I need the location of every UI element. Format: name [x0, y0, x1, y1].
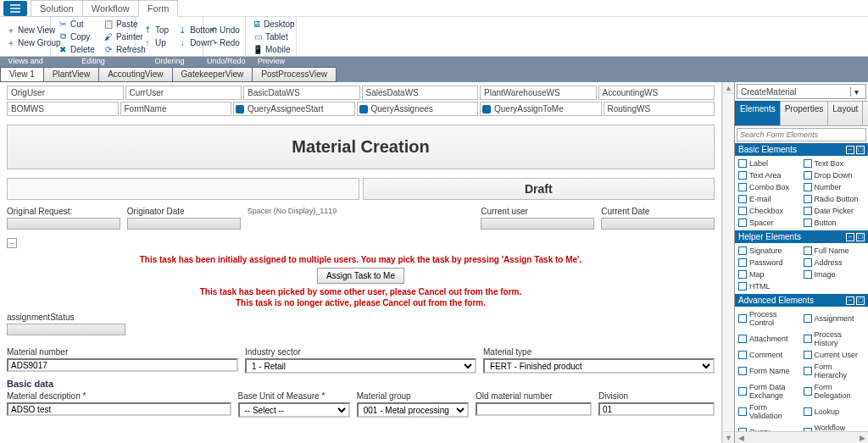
rp-title-dropdown[interactable]: CreateMaterial ▾ — [737, 84, 866, 99]
element-query[interactable]: Query — [737, 422, 802, 431]
collapse-icon[interactable]: − — [846, 233, 854, 241]
redo-button[interactable]: ↷Redo — [209, 37, 240, 49]
element-form-validation[interactable]: Form Validation — [737, 401, 802, 422]
element-image[interactable]: Image — [802, 269, 867, 280]
assign-task-button[interactable]: Assign Task to Me — [317, 268, 404, 284]
element-password[interactable]: Password — [737, 257, 802, 269]
element-lookup[interactable]: Lookup — [802, 401, 867, 422]
element-html[interactable]: HTML — [737, 280, 802, 292]
tab-solution[interactable]: Solution — [31, 0, 83, 17]
new-group-button[interactable]: ＋New Group — [5, 37, 45, 49]
input-current-user[interactable] — [481, 218, 594, 230]
element-form-data-exchange[interactable]: Form Data Exchange — [737, 381, 802, 401]
collapse-toggle[interactable]: − — [7, 238, 17, 248]
element-process-control[interactable]: Process Control — [737, 308, 802, 329]
draft-spacer[interactable] — [7, 178, 359, 200]
cell-queryassigneestart[interactable]: QueryAssigneeStart — [233, 102, 355, 116]
viewtab-gatekeeperview[interactable]: GatekeeperView — [172, 67, 253, 82]
chevron-down-icon[interactable]: ▾ — [850, 87, 862, 97]
element-address[interactable]: Address — [802, 257, 867, 269]
select-material-group[interactable]: 001 - Metal processing — [357, 402, 469, 418]
input-material-description[interactable] — [7, 402, 231, 416]
element-signature[interactable]: Signature — [737, 245, 802, 257]
rp-section-basic[interactable]: Basic Elements −□ — [735, 143, 868, 156]
collapse-icon[interactable]: − — [846, 146, 854, 154]
cell-curruser[interactable]: CurrUser — [125, 86, 242, 100]
select-material-type[interactable]: FERT - Finished product — [483, 358, 715, 374]
element-date-picker[interactable]: Date Picker — [802, 205, 867, 217]
rp-tab-elements[interactable]: Elements — [735, 101, 781, 125]
top-button[interactable]: ⤒Top — [141, 25, 170, 36]
element-button[interactable]: Button — [802, 217, 867, 229]
element-form-hierarchy[interactable]: Form Hierarchy — [802, 361, 867, 381]
form-canvas[interactable]: OrigUser CurrUser BasicDataWS SalesDataW… — [0, 82, 721, 443]
element-form-name[interactable]: Form Name — [737, 361, 802, 381]
desktop-button[interactable]: 🖥Desktop — [251, 18, 291, 30]
input-current-date[interactable] — [601, 218, 715, 230]
element-map[interactable]: Map — [737, 269, 802, 280]
collapse-icon[interactable]: − — [846, 296, 854, 305]
form-title[interactable]: Material Creation — [7, 125, 715, 169]
rp-section-advanced[interactable]: Advanced Elements −□ — [735, 294, 868, 307]
select-industry-sector[interactable]: 1 - Retail — [245, 358, 476, 374]
element-label[interactable]: Label — [737, 158, 802, 169]
tablet-button[interactable]: ▭Tablet — [251, 30, 291, 42]
element-text-area[interactable]: Text Area — [737, 169, 802, 181]
cut-button[interactable]: ✂Cut — [56, 18, 97, 30]
cell-basicdataws[interactable]: BasicDataWS — [243, 86, 360, 100]
new-view-button[interactable]: ＋New View — [5, 25, 45, 36]
element-current-user[interactable]: Current User — [802, 349, 867, 361]
rp-tab-layout[interactable]: Layout — [827, 101, 863, 125]
draft-label[interactable]: Draft — [363, 178, 715, 200]
element-spacer[interactable]: Spacer — [737, 217, 802, 229]
scroll-track[interactable] — [723, 94, 734, 431]
cell-origuser[interactable]: OrigUser — [7, 86, 124, 100]
element-attachment[interactable]: Attachment — [737, 329, 802, 349]
undo-button[interactable]: ↶Undo — [209, 25, 240, 36]
main-menu-button[interactable] — [3, 1, 27, 16]
element-text-box[interactable]: Text Box — [802, 158, 867, 169]
rp-horizontal-scroll[interactable]: ◀ ▶ — [735, 431, 868, 443]
select-base-uom[interactable]: -- Select -- — [238, 402, 350, 418]
scroll-up-icon[interactable]: ▲ — [723, 82, 734, 94]
element-number[interactable]: Number — [802, 181, 867, 193]
cell-plantwarehousews[interactable]: PlantWarehouseWS — [480, 86, 597, 100]
search-elements-input[interactable] — [737, 128, 866, 141]
element-assignment[interactable]: Assignment — [802, 308, 867, 329]
element-process-history[interactable]: Process History — [802, 329, 867, 349]
element-radio-button[interactable]: Radio Button — [802, 193, 867, 205]
element-workflow-participant[interactable]: Workflow Participant — [802, 422, 867, 431]
up-button[interactable]: ↑Up — [141, 37, 170, 49]
delete-button[interactable]: ✖Delete — [56, 43, 97, 55]
scroll-right-icon[interactable]: ▶ — [856, 432, 868, 443]
cell-salesdataws[interactable]: SalesDataWS — [362, 86, 479, 100]
cell-bomws[interactable]: BOMWS — [7, 102, 119, 116]
input-original-request[interactable] — [7, 218, 120, 230]
canvas-scrollbar[interactable]: ▲ ▼ — [722, 82, 734, 443]
viewtab-view1[interactable]: View 1 — [0, 67, 44, 82]
element-combo-box[interactable]: Combo Box — [737, 181, 802, 193]
element-e-mail[interactable]: E-mail — [737, 193, 802, 205]
input-material-number[interactable] — [7, 358, 238, 372]
rp-tab-properties[interactable]: Properties — [780, 101, 829, 125]
cell-queryassignees[interactable]: QueryAssignees — [357, 102, 479, 116]
tab-form[interactable]: Form — [138, 0, 179, 17]
element-drop-down[interactable]: Drop Down — [802, 169, 867, 181]
scroll-down-icon[interactable]: ▼ — [723, 431, 734, 443]
input-old-material-number[interactable] — [476, 402, 592, 416]
rp-tab-formdata[interactable]: Form Data — [862, 101, 868, 125]
rp-section-helper[interactable]: Helper Elements −□ — [735, 230, 868, 243]
element-comment[interactable]: Comment — [737, 349, 802, 361]
tab-workflow[interactable]: Workflow — [82, 0, 139, 17]
element-checkbox[interactable]: Checkbox — [737, 205, 802, 217]
viewtab-plantview[interactable]: PlantView — [43, 67, 99, 82]
input-division[interactable] — [598, 402, 715, 416]
mobile-button[interactable]: 📱Mobile — [251, 43, 291, 55]
viewtab-accountingview[interactable]: AccoutingView — [98, 67, 172, 82]
cell-formname[interactable]: FormName — [120, 102, 232, 116]
close-icon[interactable]: □ — [856, 233, 865, 241]
element-form-delegation[interactable]: Form Delegation — [802, 381, 867, 401]
input-originator-date[interactable] — [127, 218, 241, 230]
cell-routingws[interactable]: RoutingWS — [604, 102, 715, 116]
viewtab-postprocessview[interactable]: PostProcessView — [252, 67, 337, 82]
